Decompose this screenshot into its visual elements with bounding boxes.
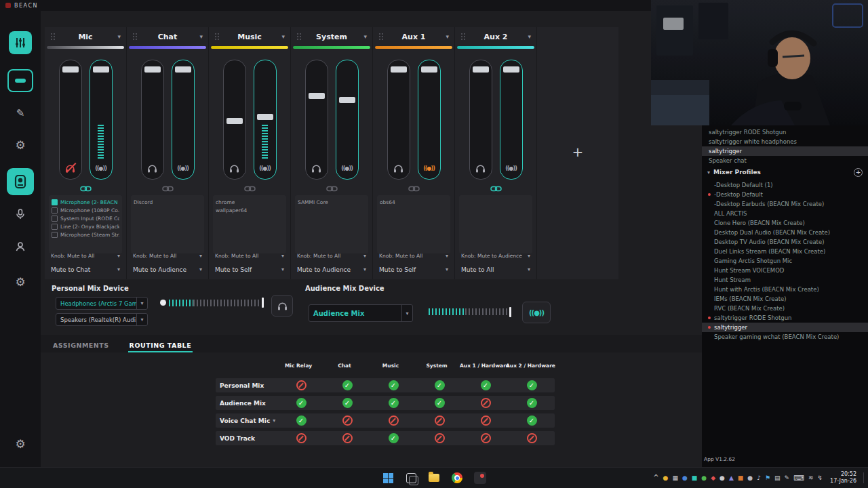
tray-icon[interactable]: ♪ [757,475,761,481]
notification-app-button[interactable] [472,470,488,486]
channel-header[interactable]: Mic ▾ [45,27,126,46]
routing-toggle[interactable] [462,433,509,443]
fader-handle[interactable] [473,66,489,73]
beacn-mic-button[interactable] [7,168,34,195]
routing-toggle[interactable] [509,433,555,443]
routing-toggle[interactable] [416,433,462,443]
device-checkbox[interactable] [52,232,58,238]
fader-handle[interactable] [391,66,407,73]
add-profile-button[interactable]: + [854,168,863,177]
personal-volume-fader[interactable] [387,60,410,180]
routing-toggle[interactable] [416,380,462,390]
taskbar-clock[interactable]: 20:52 17-Jan-26 [830,471,856,485]
chevron-down-icon[interactable]: ▾ [117,33,121,40]
tray-icon[interactable]: ■ [738,475,744,481]
chevron-down-icon[interactable]: ▾ [273,418,275,424]
file-explorer-button[interactable] [426,470,442,486]
profile-item[interactable]: Desktop TV Audio (BEACN Mix Create) [702,237,868,247]
routing-toggle[interactable] [509,380,555,390]
personal-volume-fader[interactable] [141,60,164,180]
profile-item[interactable]: Clone Hero (BEACN Mix Create) [702,218,868,228]
headphone-mute-icon[interactable] [224,162,245,174]
audio-source-item[interactable]: saltytrigger RODE Shotgun [702,127,868,137]
personal-volume-fader[interactable] [223,60,246,180]
channel-header[interactable]: Aux 2 ▾ [455,27,536,46]
device-item[interactable]: Microphone (2- BEACN ... [52,198,119,206]
tray-icon[interactable]: ● [663,475,669,481]
mute-function-dropdown[interactable]: Mute to Audience▾ [131,264,204,275]
channel-header[interactable]: Music ▾ [209,27,290,46]
profile-item[interactable]: Speaker gaming wchat (BEACN Mix Create) [702,332,868,342]
tray-icon[interactable]: ✎ [785,475,790,481]
slider-knob[interactable] [160,300,166,306]
profile-item[interactable]: Hunt Stream [702,275,868,285]
mute-function-dropdown[interactable]: Mute to Self▾ [377,264,450,275]
broadcast-mute-icon[interactable]: ((●)) [172,162,194,174]
broadcast-mute-icon[interactable]: ((●)) [500,162,522,174]
chevron-down-icon[interactable]: ▾ [136,314,147,325]
routing-toggle[interactable] [509,415,555,426]
voice-settings-button[interactable] [16,209,25,220]
routing-toggle[interactable] [462,415,509,426]
settings-button[interactable]: ⚙ [15,138,25,152]
routing-toggle[interactable] [509,398,555,408]
beacn-mix-button[interactable] [9,31,32,54]
tray-icon[interactable]: ● [701,475,707,481]
device-checkbox[interactable] [52,224,58,230]
device-item[interactable]: System Input (RODE Co... [52,214,119,222]
device-item[interactable]: Microphone (Steam Str... [52,230,119,239]
profile-item[interactable]: Hunt with Arctis (BEACN Mix Create) [702,285,868,294]
mixer-profiles-header[interactable]: ▾ Mixer Profiles + [702,167,868,178]
device-item[interactable]: Microphone (1080P Co... [52,206,119,214]
device-item[interactable]: chrome [216,198,283,206]
routing-toggle[interactable] [370,415,416,426]
mute-function-dropdown[interactable]: Mute to All▾ [459,264,532,275]
profile-item[interactable]: ALL ARCTIS [702,209,868,218]
channel-header[interactable]: System ▾ [291,27,372,46]
knob-function-dropdown[interactable]: Knob: Mute to All▾ [377,251,450,261]
chevron-down-icon[interactable]: ▾ [401,305,412,321]
routing-toggle[interactable] [416,415,462,426]
tray-icon[interactable]: ▲ [729,475,734,481]
profile-item[interactable]: Duel Links Stream (BEACN Mix Create) [702,247,868,256]
audience-device-dropdown[interactable]: Audience Mix ▾ [309,304,413,322]
routing-toggle[interactable] [324,433,370,443]
routing-toggle[interactable] [278,433,324,443]
broadcast-mute-icon[interactable]: ((●)) [254,162,276,174]
profile-item[interactable]: -Desktop Default [702,190,868,199]
tray-icon[interactable]: ^ [653,474,658,481]
headphone-mute-icon[interactable] [142,162,163,174]
beacn-device-button[interactable] [7,69,33,92]
fader-handle[interactable] [339,97,355,103]
tray-icon[interactable]: ▤ [774,475,781,481]
headphone-mute-icon[interactable] [470,162,492,174]
audience-volume-slider[interactable] [429,306,517,317]
chevron-down-icon[interactable]: ▾ [446,33,449,40]
fader-handle[interactable] [226,118,243,124]
tray-icon[interactable]: ■ [692,475,698,481]
channel-header[interactable]: Aux 1 ▾ [373,27,454,46]
headphone-mute-icon[interactable] [306,162,328,174]
profile-item[interactable]: -Desktop Earbuds (BEACN Mix Create) [702,199,868,209]
routing-toggle[interactable] [462,380,509,390]
chevron-down-icon[interactable]: ▾ [136,298,147,309]
link-faders-icon[interactable] [45,186,126,192]
link-faders-icon[interactable] [373,186,454,192]
drag-handle-icon[interactable] [461,33,466,41]
audience-volume-fader[interactable]: ((●)) [90,60,113,180]
fader-handle[interactable] [257,114,273,120]
mute-function-dropdown[interactable]: Mute to Chat▾ [49,264,122,275]
headphone-mute-icon[interactable] [60,162,81,174]
device-checkbox[interactable] [52,207,58,214]
tray-icon[interactable]: ◆ [711,475,715,481]
chevron-down-icon[interactable]: ▾ [363,33,367,40]
personal-secondary-device-dropdown[interactable]: Speakers (Realtek(R) Audi... ▾ [56,313,148,326]
broadcast-mute-icon[interactable]: ((●)) [90,162,112,174]
tab-assignments[interactable]: ASSIGNMENTS [52,338,111,352]
routing-toggle[interactable] [278,380,324,390]
device-item[interactable]: SAMMI Core [298,198,366,206]
device-checkbox[interactable] [52,216,58,222]
fader-handle[interactable] [144,66,161,73]
device-item[interactable]: obs64 [380,198,448,206]
profile-item[interactable]: saltytrigger [702,323,868,332]
